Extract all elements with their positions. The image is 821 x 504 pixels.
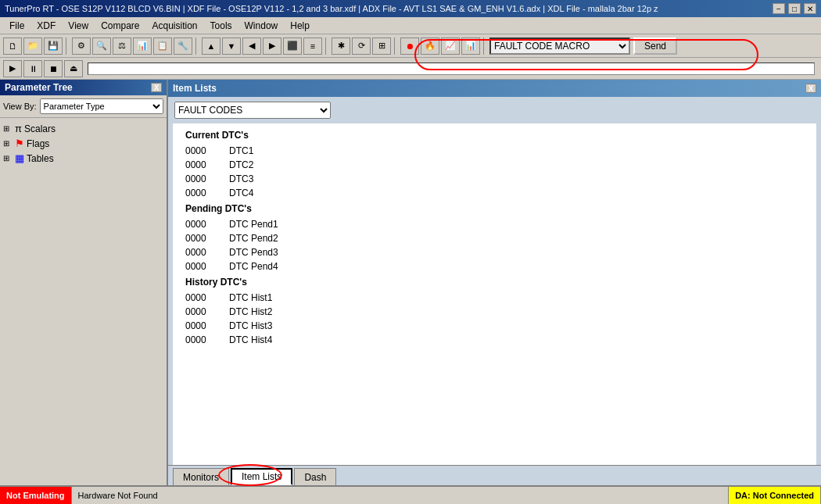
item-lists-dropdown-area: FAULT CODES [168, 97, 821, 123]
record-button[interactable]: ⏺ [400, 38, 419, 55]
dtc2-name: DTC2 [229, 159, 253, 170]
tb-btn6[interactable]: ⚖ [113, 38, 131, 55]
param-tree-close-button[interactable]: X [151, 83, 162, 92]
send-button[interactable]: Send [633, 38, 677, 55]
dtc-row: 0000 DTC1 [185, 144, 804, 158]
tb-btn13[interactable]: ▶ [263, 38, 281, 55]
toolbar2: ▶ ⏸ ⏹ ⏏ [0, 58, 821, 80]
new-button[interactable]: 🗋 [3, 38, 22, 55]
tree-content: ⊞ π Scalars ⊞ ⚑ Flags ⊞ ▦ Tables [0, 118, 167, 485]
menu-view[interactable]: View [62, 19, 95, 33]
tabs-bar: Monitors Item Lists Dash [168, 465, 821, 485]
dtcpend2-name: DTC Pend2 [229, 233, 278, 244]
open-button[interactable]: 📁 [23, 38, 42, 55]
tables-icon: ▦ [15, 152, 24, 164]
dtchist4-name: DTC Hist4 [229, 334, 272, 345]
item-lists-close-button[interactable]: X [805, 84, 816, 93]
dtc-row: 0000 DTC Hist3 [185, 319, 804, 333]
flame-button[interactable]: 🔥 [421, 38, 439, 55]
tb-btn15[interactable]: ≡ [303, 38, 322, 55]
history-dtcs-header: History DTC's [185, 273, 804, 291]
tb-btn10[interactable]: ▲ [202, 38, 220, 55]
menu-xdf[interactable]: XDF [30, 19, 62, 33]
param-tree-panel: Parameter Tree X View By: Parameter Type… [0, 80, 168, 485]
dtcpend4-value: 0000 [185, 261, 217, 272]
tb-btn17[interactable]: ⟳ [352, 38, 371, 55]
menu-compare[interactable]: Compare [95, 19, 145, 33]
viewby-select[interactable]: Parameter Type [40, 98, 163, 114]
tables-label: Tables [27, 153, 54, 164]
expand-scalars-icon[interactable]: ⊞ [3, 124, 13, 133]
viewby-label: View By: [3, 102, 37, 111]
item-lists-header: Item Lists X [168, 80, 821, 97]
fault-codes-dropdown[interactable]: FAULT CODES [174, 102, 331, 119]
dtc-row: 0000 DTC Hist1 [185, 291, 804, 305]
dtchist3-name: DTC Hist3 [229, 320, 272, 331]
dtchist2-name: DTC Hist2 [229, 306, 272, 317]
tree-item-scalars[interactable]: ⊞ π Scalars [3, 121, 163, 136]
close-button[interactable]: ✕ [804, 3, 816, 14]
tb-btn14[interactable]: ⬛ [283, 38, 302, 55]
save-button[interactable]: 💾 [44, 38, 63, 55]
play-button[interactable]: ▶ [3, 60, 22, 77]
dtc4-value: 0000 [185, 188, 217, 198]
progress-bar [88, 63, 815, 75]
dtc-row: 0000 DTC Pend3 [185, 245, 804, 259]
separator3 [325, 38, 328, 55]
minimize-button[interactable]: − [773, 3, 785, 14]
pending-dtcs-header: Pending DTC's [185, 200, 804, 217]
dtcpend2-value: 0000 [185, 233, 217, 244]
dtcpend1-name: DTC Pend1 [229, 219, 278, 230]
tab-monitors[interactable]: Monitors [173, 468, 229, 485]
menu-file[interactable]: File [3, 19, 30, 33]
separator5 [483, 38, 486, 55]
dtc-row: 0000 DTC Pend4 [185, 259, 804, 273]
tb-btn12[interactable]: ◀ [242, 38, 261, 55]
tree-item-tables[interactable]: ⊞ ▦ Tables [3, 151, 163, 166]
tab-item-lists[interactable]: Item Lists [231, 468, 292, 485]
macro-area: FAULT CODE MACRO Send [489, 38, 677, 55]
stop-button[interactable]: ⏹ [44, 60, 63, 77]
title-bar: TunerPro RT - OSE S12P V112 BLCD V6.BIN … [0, 0, 821, 17]
flags-icon: ⚑ [15, 138, 24, 149]
tb-btn7[interactable]: 📊 [133, 38, 152, 55]
main-area: Parameter Tree X View By: Parameter Type… [0, 80, 821, 485]
dtc4-name: DTC4 [229, 188, 253, 198]
tb-btn4[interactable]: ⚙ [72, 38, 91, 55]
expand-flags-icon[interactable]: ⊞ [3, 139, 13, 148]
item-lists-content: Current DTC's 0000 DTC1 0000 DTC2 0000 D… [173, 123, 816, 465]
expand-tables-icon[interactable]: ⊞ [3, 154, 13, 163]
menu-tools[interactable]: Tools [204, 19, 238, 33]
title-text: TunerPro RT - OSE S12P V112 BLCD V6.BIN … [5, 4, 658, 13]
separator2 [195, 38, 199, 55]
current-dtcs-header: Current DTC's [185, 127, 804, 144]
tb-btn8[interactable]: 📋 [153, 38, 172, 55]
dtchist1-value: 0000 [185, 292, 217, 303]
dtc-row: 0000 DTC3 [185, 172, 804, 186]
dtc-row: 0000 DTC Pend1 [185, 217, 804, 231]
tb-btn18[interactable]: ⊞ [372, 38, 391, 55]
dtc3-name: DTC3 [229, 173, 253, 184]
status-bar: Not Emulating Hardware Not Found DA: Not… [0, 485, 821, 504]
pause-button[interactable]: ⏸ [23, 60, 42, 77]
tb-btn16[interactable]: ✱ [332, 38, 350, 55]
chart-button[interactable]: 📈 [441, 38, 460, 55]
dtchist1-name: DTC Hist1 [229, 292, 272, 303]
tb-btn11[interactable]: ▼ [222, 38, 241, 55]
separator1 [66, 38, 69, 55]
tb-btn5[interactable]: 🔍 [92, 38, 111, 55]
maximize-button[interactable]: □ [788, 3, 801, 14]
eject-button[interactable]: ⏏ [64, 60, 83, 77]
dtcpend1-value: 0000 [185, 219, 217, 230]
item-lists-panel: Item Lists X FAULT CODES Current DTC's 0… [168, 80, 821, 485]
menu-window[interactable]: Window [238, 19, 285, 33]
tb-btn9[interactable]: 🔧 [174, 38, 192, 55]
menu-acquisition[interactable]: Acquisition [146, 19, 204, 33]
separator4 [394, 38, 397, 55]
tree-item-flags[interactable]: ⊞ ⚑ Flags [3, 136, 163, 151]
bar-chart-button[interactable]: 📊 [461, 38, 480, 55]
dtchist2-value: 0000 [185, 306, 217, 317]
menu-help[interactable]: Help [284, 19, 316, 33]
macro-dropdown[interactable]: FAULT CODE MACRO [489, 38, 630, 55]
tab-dash[interactable]: Dash [294, 468, 336, 485]
